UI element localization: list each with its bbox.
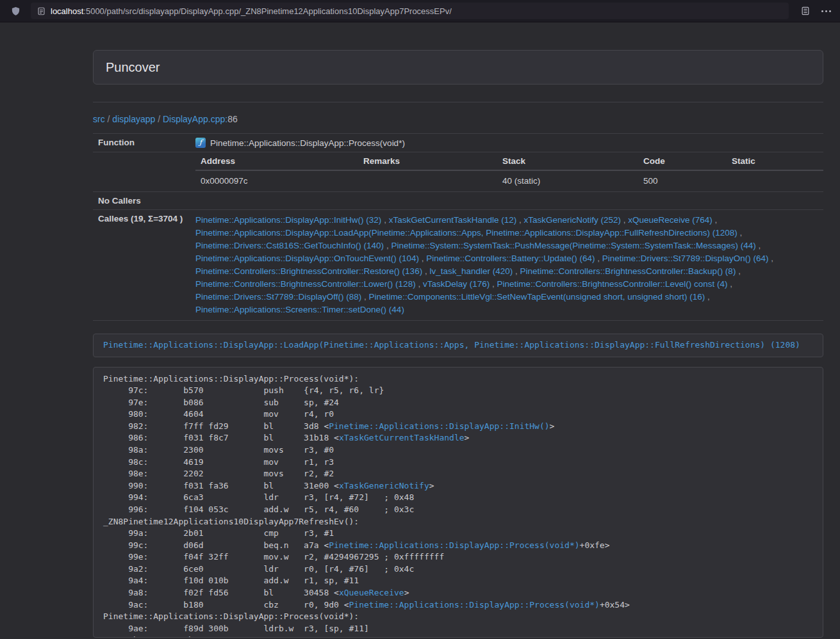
callee-separator: ,	[728, 279, 733, 289]
stack-value: 40 (static)	[497, 170, 638, 191]
symbol-box-link[interactable]: Pinetime::Applications::DisplayApp::Load…	[103, 340, 800, 350]
callees-label: Callees (19, Σ=3704 )	[93, 210, 190, 321]
callee-link[interactable]: Pinetime::Controllers::BrightnessControl…	[497, 279, 727, 289]
url-domain: localhost	[51, 6, 83, 16]
metrics-data-row: 0x0000097c 40 (static) 500	[195, 170, 823, 191]
static-value	[727, 170, 823, 191]
symbol-link[interactable]: xTaskGenericNotify	[339, 481, 429, 490]
callee-link[interactable]: Pinetime::Drivers::Cst816S::GetTouchInfo…	[195, 241, 384, 250]
page-icon	[37, 7, 45, 15]
callee-separator: ,	[736, 266, 741, 276]
callee-separator: ,	[384, 241, 391, 250]
callee-separator: ,	[595, 254, 602, 263]
callee-separator: ,	[381, 215, 388, 225]
divider	[93, 102, 823, 102]
symbol-info-table: Function ƒ Pinetime::Applications::Displ…	[93, 133, 823, 321]
callee-separator: ,	[361, 292, 368, 302]
callee-link[interactable]: Pinetime::Controllers::Battery::Update()…	[426, 254, 595, 263]
page-body: Puncover src / displayapp / DisplayApp.c…	[0, 22, 840, 638]
callee-separator: ,	[712, 215, 718, 225]
tracking-protection-shield-icon[interactable]	[0, 6, 31, 16]
callee-link[interactable]: Pinetime::Applications::DisplayApp::Load…	[195, 228, 737, 238]
callee-link[interactable]: xTaskGenericNotify (252)	[524, 215, 622, 225]
callee-link[interactable]: Pinetime::Controllers::BrightnessControl…	[195, 266, 422, 276]
disassembly-code: Pinetime::Applications::DisplayApp::Proc…	[93, 367, 823, 638]
breadcrumb-link[interactable]: DisplayApp.cpp:	[163, 114, 227, 124]
callee-link[interactable]: xQueueReceive (764)	[628, 215, 712, 225]
column-header-remarks: Remarks	[358, 152, 497, 170]
url-bar[interactable]: localhost:5000/path/src/displayapp/Displ…	[31, 3, 789, 19]
callee-separator: ,	[621, 215, 628, 225]
browser-toolbar: localhost:5000/path/src/displayapp/Displ…	[0, 0, 840, 22]
column-header-static: Static	[727, 152, 823, 170]
callee-link[interactable]: Pinetime::System::SystemTask::PushMessag…	[391, 241, 755, 250]
callee-link[interactable]: Pinetime::Applications::DisplayApp::Init…	[195, 215, 381, 225]
callee-separator: ,	[705, 292, 710, 302]
address-value: 0x0000097c	[195, 170, 358, 191]
symbol-link[interactable]: Pinetime::Applications::DisplayApp::Proc…	[349, 600, 600, 610]
symbol-link[interactable]: Pinetime::Applications::DisplayApp::Init…	[329, 421, 549, 431]
callee-separator: ,	[513, 266, 520, 276]
callee-link[interactable]: Pinetime::Applications::Screens::Timer::…	[195, 305, 404, 314]
callee-link[interactable]: Pinetime::Drivers::St7789::DisplayOn() (…	[602, 254, 769, 263]
callee-separator: ,	[490, 279, 497, 289]
breadcrumb: src / displayapp / DisplayApp.cpp:86	[93, 114, 823, 124]
symbol-link[interactable]: xTaskGetCurrentTaskHandle	[339, 433, 465, 442]
callee-separator: ,	[416, 279, 423, 289]
reader-view-icon[interactable]	[795, 3, 816, 19]
callee-separator: ,	[768, 254, 773, 263]
symbol-box: Pinetime::Applications::DisplayApp::Load…	[93, 334, 823, 357]
table-row-metrics: Address Remarks Stack Code Static 0x0000…	[93, 152, 823, 192]
function-label: Function	[93, 134, 190, 152]
content-container: Puncover src / displayapp / DisplayApp.c…	[93, 50, 823, 638]
callee-separator: ,	[756, 241, 761, 250]
callee-link[interactable]: lv_task_handler (420)	[429, 266, 513, 276]
metrics-header-row: Address Remarks Stack Code Static	[195, 152, 823, 170]
breadcrumb-separator: /	[155, 114, 163, 124]
no-callers-label: No Callers	[93, 192, 190, 210]
overflow-menu-icon[interactable]	[816, 3, 836, 19]
callee-separator: ,	[516, 215, 523, 225]
callee-separator: ,	[422, 266, 429, 276]
callee-link[interactable]: vTaskDelay (176)	[423, 279, 490, 289]
breadcrumb-line-number: 86	[227, 114, 238, 124]
column-header-code: Code	[638, 152, 727, 170]
symbol-link[interactable]: Pinetime::Applications::DisplayApp::Proc…	[329, 540, 579, 550]
url-text: localhost:5000/path/src/displayapp/Displ…	[51, 6, 452, 16]
callees-list: Pinetime::Applications::DisplayApp::Init…	[190, 210, 823, 321]
page-title-box: Puncover	[93, 50, 823, 85]
table-row-no-callers: No Callers	[93, 192, 823, 210]
page-title: Puncover	[106, 60, 811, 75]
function-name: Pinetime::Applications::DisplayApp::Proc…	[210, 138, 405, 148]
column-header-stack: Stack	[497, 152, 638, 170]
callee-link[interactable]: Pinetime::Applications::DisplayApp::OnTo…	[195, 254, 419, 263]
callee-link[interactable]: Pinetime::Components::LittleVgl::SetNewT…	[369, 292, 705, 302]
metrics-table: Address Remarks Stack Code Static 0x0000…	[195, 152, 823, 191]
column-header-address: Address	[195, 152, 358, 170]
table-row-function: Function ƒ Pinetime::Applications::Displ…	[93, 134, 823, 152]
remarks-value	[358, 170, 497, 191]
url-path: :5000/path/src/displayapp/DisplayApp.cpp…	[83, 6, 452, 16]
breadcrumb-link[interactable]: displayapp	[112, 114, 155, 124]
callee-separator: ,	[419, 254, 426, 263]
function-icon: ƒ	[195, 138, 206, 148]
callee-link[interactable]: Pinetime::Controllers::BrightnessControl…	[520, 266, 736, 276]
breadcrumb-link[interactable]: src	[93, 114, 105, 124]
callee-link[interactable]: Pinetime::Drivers::St7789::DisplayOff() …	[195, 292, 361, 302]
callee-separator: ,	[737, 228, 743, 238]
breadcrumb-separator: /	[105, 114, 113, 124]
callee-link[interactable]: Pinetime::Controllers::BrightnessControl…	[195, 279, 416, 289]
table-row-callees: Callees (19, Σ=3704 ) Pinetime::Applicat…	[93, 210, 823, 321]
callee-link[interactable]: xTaskGetCurrentTaskHandle (12)	[389, 215, 517, 225]
code-value: 500	[638, 170, 727, 191]
symbol-link[interactable]: xQueueReceive	[339, 588, 404, 597]
